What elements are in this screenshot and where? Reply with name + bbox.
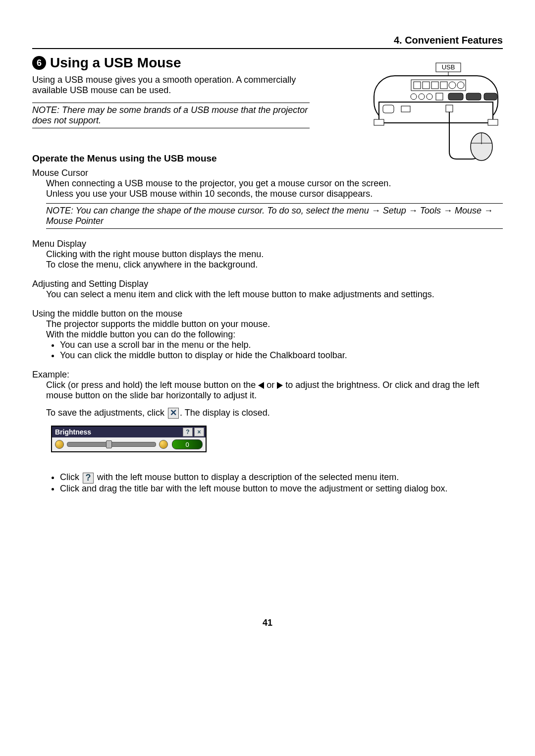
svg-rect-21 <box>374 119 384 125</box>
slider-decrease-button[interactable] <box>55 440 64 449</box>
mouse-cursor-p1: When connecting a USB mouse to the proje… <box>46 178 503 189</box>
slider-knob[interactable] <box>106 440 112 448</box>
adjust-p1: You can select a menu item and click wit… <box>46 289 503 300</box>
chapter-heading: 4. Convenient Features <box>32 35 503 49</box>
extras-bullet-1: Click with the left mouse button to disp… <box>60 472 503 483</box>
right-arrow-icon <box>277 382 283 389</box>
note-mouse-pointer: NOTE: You can change the shape of the mo… <box>46 203 503 229</box>
svg-rect-19 <box>383 105 394 113</box>
menu-display-title: Menu Display <box>32 239 503 249</box>
section-title-text: Using a USB Mouse <box>50 55 181 71</box>
example-p2: To save the adjustments, click . The dis… <box>46 408 503 419</box>
svg-rect-17 <box>484 93 497 100</box>
adjust-title: Adjusting and Setting Display <box>32 279 503 289</box>
middle-bullet-2: You can click the middle button to displ… <box>60 350 503 361</box>
left-arrow-icon <box>258 382 264 389</box>
intro-paragraph: Using a USB mouse gives you a smooth ope… <box>32 75 310 96</box>
brightness-slider[interactable]: Brightness ? × 0 <box>51 426 207 452</box>
slider-value: 0 <box>172 439 203 449</box>
help-icon <box>83 473 94 484</box>
close-icon <box>168 408 179 419</box>
example-p1: Click (or press and hold) the left mouse… <box>46 380 503 401</box>
slider-track[interactable] <box>67 442 156 447</box>
svg-rect-15 <box>448 93 463 100</box>
section-title: 6 Using a USB Mouse <box>32 55 310 71</box>
menu-display-p1: Clicking with the right mouse button dis… <box>46 249 503 260</box>
svg-rect-16 <box>466 93 481 100</box>
page-number: 41 <box>32 618 503 628</box>
middle-title: Using the middle button on the mouse <box>32 309 503 319</box>
titlebar-help-icon[interactable]: ? <box>183 428 193 436</box>
extras-bullet-2: Click and drag the title bar with the le… <box>60 484 503 494</box>
brightness-slider-label: Brightness <box>52 428 183 436</box>
slider-increase-button[interactable] <box>159 440 168 449</box>
note-unsupported-brands: NOTE: There may be some brands of a USB … <box>32 103 310 128</box>
titlebar-close-icon[interactable]: × <box>194 428 204 436</box>
projector-usb-diagram: USB <box>364 60 508 166</box>
middle-p1: The projector supports the middle button… <box>46 319 503 329</box>
middle-p2: With the middle button you can do the fo… <box>46 329 503 340</box>
section-number-badge: 6 <box>32 56 46 70</box>
svg-rect-3 <box>379 102 493 123</box>
example-title: Example: <box>32 370 503 380</box>
svg-rect-20 <box>401 106 410 112</box>
middle-bullet-1: You can use a scroll bar in the menu or … <box>60 340 503 350</box>
svg-rect-18 <box>446 105 453 112</box>
svg-rect-22 <box>488 119 498 125</box>
mouse-cursor-title: Mouse Cursor <box>32 168 503 178</box>
menu-display-p2: To close the menu, click anywhere in the… <box>46 260 503 270</box>
mouse-cursor-p2: Unless you use your USB mouse within 10 … <box>46 189 503 199</box>
usb-label: USB <box>442 63 455 71</box>
